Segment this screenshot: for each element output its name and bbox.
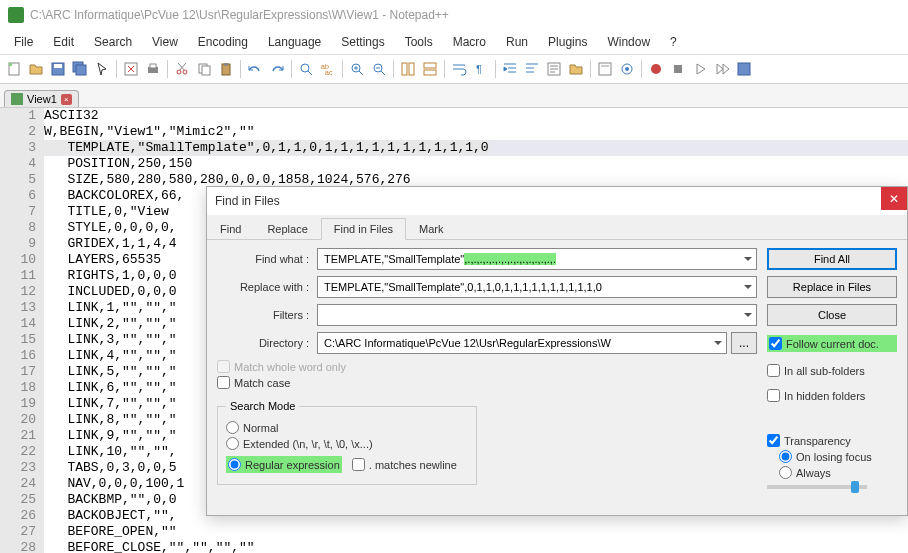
menu-edit[interactable]: Edit bbox=[43, 32, 84, 52]
menu-view[interactable]: View bbox=[142, 32, 188, 52]
file-tab-bar: View1 × bbox=[0, 84, 908, 108]
file-type-icon bbox=[11, 93, 23, 105]
replace-in-files-button[interactable]: Replace in Files bbox=[767, 276, 897, 298]
mode-extended-radio[interactable]: Extended (\n, \r, \t, \0, \x...) bbox=[226, 437, 468, 450]
in-subfolders-checkbox[interactable]: In all sub-folders bbox=[767, 364, 897, 377]
filters-input[interactable] bbox=[317, 304, 757, 326]
svg-rect-26 bbox=[599, 63, 611, 75]
zoom-in-icon[interactable] bbox=[347, 59, 367, 79]
file-tab-label: View1 bbox=[27, 93, 57, 105]
svg-rect-14 bbox=[224, 63, 228, 66]
svg-rect-8 bbox=[150, 64, 156, 68]
menu-language[interactable]: Language bbox=[258, 32, 331, 52]
match-whole-word-checkbox: Match whole word only bbox=[217, 360, 757, 373]
follow-current-doc-checkbox[interactable]: Follow current doc. bbox=[767, 335, 897, 352]
directory-input[interactable]: C:\ARC Informatique\PcVue 12\Usr\Regular… bbox=[317, 332, 727, 354]
paste-icon[interactable] bbox=[216, 59, 236, 79]
dialog-tabs: Find Replace Find in Files Mark bbox=[207, 217, 907, 240]
in-hidden-checkbox[interactable]: In hidden folders bbox=[767, 389, 897, 402]
menu-plugins[interactable]: Plugins bbox=[538, 32, 597, 52]
svg-rect-23 bbox=[424, 70, 436, 75]
svg-text:ac: ac bbox=[325, 69, 333, 76]
slider-thumb[interactable] bbox=[851, 481, 859, 493]
zoom-out-icon[interactable] bbox=[369, 59, 389, 79]
fastfwd-icon[interactable] bbox=[712, 59, 732, 79]
dialog-close-button[interactable]: ✕ bbox=[881, 187, 907, 210]
func-list-icon[interactable] bbox=[544, 59, 564, 79]
find-icon[interactable] bbox=[296, 59, 316, 79]
dialog-title: Find in Files bbox=[207, 187, 907, 215]
window-title: C:\ARC Informatique\PcVue 12\Usr\Regular… bbox=[30, 8, 449, 22]
svg-rect-22 bbox=[424, 63, 436, 68]
filters-label: Filters : bbox=[217, 309, 317, 321]
close-tab-icon[interactable]: × bbox=[61, 94, 72, 105]
sync-h-icon[interactable] bbox=[420, 59, 440, 79]
menu-macro[interactable]: Macro bbox=[443, 32, 496, 52]
menu-help[interactable]: ? bbox=[660, 32, 687, 52]
folder-icon[interactable] bbox=[566, 59, 586, 79]
save-icon[interactable] bbox=[48, 59, 68, 79]
save-all-icon[interactable] bbox=[70, 59, 90, 79]
menu-search[interactable]: Search bbox=[84, 32, 142, 52]
svg-point-15 bbox=[301, 64, 309, 72]
mode-normal-radio[interactable]: Normal bbox=[226, 421, 468, 434]
close-file-icon[interactable] bbox=[121, 59, 141, 79]
menu-run[interactable]: Run bbox=[496, 32, 538, 52]
app-icon bbox=[8, 7, 24, 23]
tab-replace[interactable]: Replace bbox=[254, 218, 320, 240]
find-what-input[interactable]: TEMPLATE,"SmallTemplate",.,.,.,.,.,.,.,.… bbox=[317, 248, 757, 270]
mode-regex-radio[interactable]: Regular expression bbox=[226, 456, 342, 473]
copy-icon[interactable] bbox=[194, 59, 214, 79]
file-tab[interactable]: View1 × bbox=[4, 90, 79, 107]
stop-icon[interactable] bbox=[668, 59, 688, 79]
svg-rect-3 bbox=[54, 64, 62, 68]
transparency-slider[interactable] bbox=[767, 485, 867, 489]
monitor-icon[interactable] bbox=[617, 59, 637, 79]
window-titlebar: C:\ARC Informatique\PcVue 12\Usr\Regular… bbox=[0, 0, 908, 30]
transparency-checkbox[interactable]: Transparency bbox=[767, 434, 897, 447]
browse-directory-button[interactable]: ... bbox=[731, 332, 757, 354]
svg-rect-32 bbox=[738, 63, 750, 75]
doc-map-icon[interactable] bbox=[595, 59, 615, 79]
undo-icon[interactable] bbox=[245, 59, 265, 79]
find-in-files-dialog: Find in Files ✕ Find Replace Find in Fil… bbox=[206, 186, 908, 516]
svg-point-29 bbox=[625, 67, 629, 71]
always-radio[interactable]: Always bbox=[779, 466, 897, 479]
tab-mark[interactable]: Mark bbox=[406, 218, 456, 240]
svg-rect-5 bbox=[76, 65, 86, 75]
open-file-icon[interactable] bbox=[26, 59, 46, 79]
menu-file[interactable]: File bbox=[4, 32, 43, 52]
print-icon[interactable] bbox=[143, 59, 163, 79]
find-what-label: Find what : bbox=[217, 253, 317, 265]
svg-rect-31 bbox=[674, 65, 682, 73]
match-case-checkbox[interactable]: Match case bbox=[217, 376, 757, 389]
svg-text:¶: ¶ bbox=[476, 63, 482, 75]
cut-icon[interactable] bbox=[172, 59, 192, 79]
new-file-icon[interactable] bbox=[4, 59, 24, 79]
svg-rect-12 bbox=[202, 66, 210, 75]
wordwrap-icon[interactable] bbox=[449, 59, 469, 79]
record-icon[interactable] bbox=[646, 59, 666, 79]
replace-icon[interactable]: abac bbox=[318, 59, 338, 79]
tab-find-in-files[interactable]: Find in Files bbox=[321, 218, 406, 240]
on-losing-focus-radio[interactable]: On losing focus bbox=[779, 450, 897, 463]
replace-with-input[interactable]: TEMPLATE,"SmallTemplate",0,1,1,0,1,1,1,1… bbox=[317, 276, 757, 298]
find-all-button[interactable]: Find All bbox=[767, 248, 897, 270]
save-macro-icon[interactable] bbox=[734, 59, 754, 79]
allchars-icon[interactable]: ¶ bbox=[471, 59, 491, 79]
matches-newline-checkbox[interactable]: . matches newline bbox=[352, 458, 457, 471]
line-number-gutter: 1234567891011121314151617181920212223242… bbox=[0, 108, 44, 553]
indent-icon[interactable] bbox=[500, 59, 520, 79]
menu-settings[interactable]: Settings bbox=[331, 32, 394, 52]
svg-point-10 bbox=[183, 70, 187, 74]
outdent-icon[interactable] bbox=[522, 59, 542, 79]
sync-v-icon[interactable] bbox=[398, 59, 418, 79]
close-button[interactable]: Close bbox=[767, 304, 897, 326]
tab-find[interactable]: Find bbox=[207, 218, 254, 240]
redo-icon[interactable] bbox=[267, 59, 287, 79]
play-icon[interactable] bbox=[690, 59, 710, 79]
menu-tools[interactable]: Tools bbox=[395, 32, 443, 52]
menu-encoding[interactable]: Encoding bbox=[188, 32, 258, 52]
menu-window[interactable]: Window bbox=[597, 32, 660, 52]
cursor-icon[interactable] bbox=[92, 59, 112, 79]
